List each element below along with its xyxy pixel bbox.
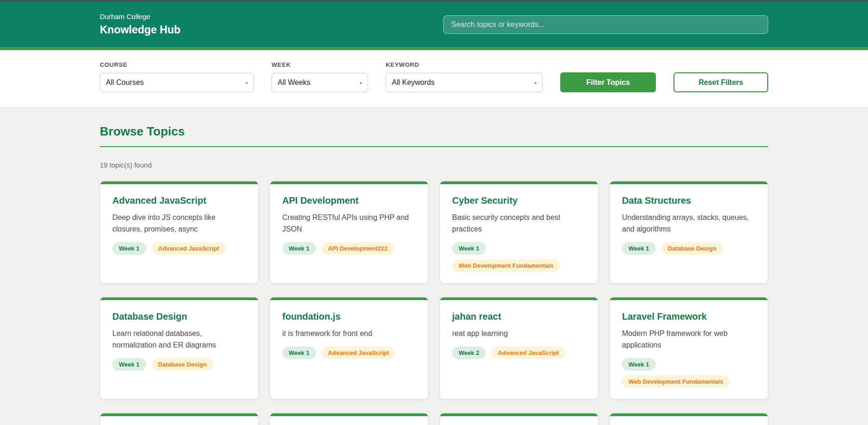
badge-row: Week 1Web Development Fundamentals — [622, 358, 756, 388]
topic-description: Understanding arrays, stacks, queues, an… — [622, 212, 756, 235]
topic-description: Learn relational databases, normalizatio… — [112, 328, 246, 351]
week-badge: Week 1 — [112, 242, 146, 255]
keyword-badge: Database Design — [152, 358, 214, 371]
keyword-select-value: All Keywords — [392, 78, 434, 87]
week-badge: Week 1 — [282, 242, 316, 255]
badge-row: Week 1Database Design — [622, 242, 756, 255]
week-badge: Week 1 — [622, 242, 656, 255]
topic-description: it is framework for front end — [282, 328, 416, 339]
week-select[interactable]: All Weeks ▾ — [272, 73, 368, 92]
week-label: WEEK — [272, 61, 368, 68]
card-body: Cyber SecurityBasic security concepts an… — [440, 184, 598, 283]
app-title: Knowledge Hub — [100, 24, 181, 36]
filter-bar: COURSE All Courses ▾ WEEK All Weeks ▾ KE… — [0, 50, 868, 108]
badge-row: Week 2Advanced JavaScript — [452, 347, 586, 359]
card-body: reactreact app building — [610, 416, 768, 425]
topic-card[interactable]: Networking BasicsIntroduction to network… — [100, 413, 259, 425]
course-select[interactable]: All Courses ▾ — [100, 73, 254, 92]
topics-grid: Advanced JavaScriptDeep dive into JS con… — [100, 181, 768, 425]
topic-description: Basic security concepts and best practic… — [452, 212, 586, 235]
topic-card[interactable]: Cyber SecurityBasic security concepts an… — [440, 181, 598, 283]
chevron-down-icon: ▾ — [246, 80, 248, 85]
card-body: jahan reactreat app learningWeek 2Advanc… — [440, 300, 598, 370]
keyword-label: KEYWORD — [386, 61, 543, 68]
card-body: PHP ProgrammingServer-side scripting usi… — [440, 416, 598, 425]
week-badge: Week 1 — [452, 242, 486, 255]
course-filter-group: COURSE All Courses ▾ — [100, 61, 254, 92]
badge-row: Week 1Web Development Fundamentals — [452, 242, 586, 272]
keyword-filter-group: KEYWORD All Keywords ▾ — [386, 61, 543, 92]
week-select-value: All Weeks — [278, 78, 311, 87]
badge-row: Week 1Advanced JavaScript — [112, 242, 246, 255]
topic-card[interactable]: Laravel FrameworkModern PHP framework fo… — [609, 297, 768, 399]
keyword-badge: Web Development Fundamentals — [622, 375, 730, 388]
topic-title: Data Structures — [622, 195, 756, 206]
keyword-select[interactable]: All Keywords ▾ — [386, 73, 543, 92]
week-badge: Week 1 — [622, 358, 656, 371]
badge-row: Week 1Advanced JavaScript — [282, 347, 416, 359]
topic-description: reat app learning — [452, 328, 586, 339]
topic-title: foundation.js — [282, 311, 416, 322]
reset-filters-button[interactable]: Reset Filters — [674, 72, 768, 92]
card-body: Advanced JavaScriptDeep dive into JS con… — [100, 184, 258, 266]
keyword-badge: API Development222 — [322, 242, 395, 255]
week-badge: Week 1 — [112, 358, 146, 371]
topic-card[interactable]: Object Oriented ProgrammingConcepts like… — [270, 413, 428, 425]
keyword-badge: Advanced JavaScript — [152, 242, 226, 255]
week-badge: Week 2 — [452, 347, 486, 359]
search-input[interactable] — [443, 15, 768, 34]
topic-title: Database Design — [112, 311, 246, 322]
topic-title: Cyber Security — [452, 195, 586, 206]
chevron-down-icon: ▾ — [534, 80, 537, 85]
badge-row: Week 1Database Design — [112, 358, 246, 371]
topic-card[interactable]: Advanced JavaScriptDeep dive into JS con… — [100, 181, 259, 283]
topic-card[interactable]: API DevelopmentCreating RESTful APIs usi… — [270, 181, 428, 283]
page-title: Browse Topics — [100, 124, 768, 139]
card-body: foundation.jsit is framework for front e… — [270, 300, 428, 370]
topic-card[interactable]: Database DesignLearn relational database… — [100, 297, 259, 399]
course-label: COURSE — [100, 61, 254, 68]
keyword-badge: Advanced JavaScript — [322, 347, 396, 359]
topic-card[interactable]: Data StructuresUnderstanding arrays, sta… — [609, 181, 768, 283]
app-header: Durham College Knowledge Hub — [0, 2, 868, 47]
topic-title: Advanced JavaScript — [112, 195, 246, 206]
topic-title: jahan react — [452, 311, 586, 322]
brand-block: Durham College Knowledge Hub — [100, 13, 181, 36]
card-body: API DevelopmentCreating RESTful APIs usi… — [270, 184, 428, 266]
main-content: Browse Topics 19 topic(s) found Advanced… — [0, 108, 868, 425]
card-body: Data StructuresUnderstanding arrays, sta… — [610, 184, 768, 266]
badge-row: Week 1API Development222 — [282, 242, 416, 255]
filter-topics-button[interactable]: Filter Topics — [560, 72, 656, 92]
topic-card[interactable]: jahan reactreat app learningWeek 2Advanc… — [440, 297, 598, 399]
topic-description: Creating RESTful APIs using PHP and JSON — [282, 212, 416, 235]
topic-title: Laravel Framework — [622, 311, 756, 322]
keyword-badge: Web Development Fundamentals — [452, 259, 560, 272]
week-badge: Week 1 — [282, 347, 316, 359]
topic-title: API Development — [282, 195, 416, 206]
topic-description: Deep dive into JS concepts like closures… — [112, 212, 246, 235]
chevron-down-icon: ▾ — [360, 80, 362, 85]
results-count: 19 topic(s) found — [100, 161, 768, 169]
topic-card[interactable]: foundation.jsit is framework for front e… — [270, 297, 428, 399]
card-body: Networking BasicsIntroduction to network… — [100, 416, 258, 425]
brand-institution: Durham College — [100, 13, 181, 20]
week-filter-group: WEEK All Weeks ▾ — [272, 61, 368, 92]
topic-card[interactable]: PHP ProgrammingServer-side scripting usi… — [440, 413, 598, 425]
card-body: Object Oriented ProgrammingConcepts like… — [270, 416, 428, 425]
keyword-badge: Advanced JavaScript — [492, 347, 566, 359]
topic-card[interactable]: reactreact app building — [609, 413, 768, 425]
header-accent-strip — [0, 47, 868, 50]
card-body: Laravel FrameworkModern PHP framework fo… — [610, 300, 768, 399]
topic-description: Modern PHP framework for web application… — [622, 328, 756, 351]
section-title-underline — [100, 146, 768, 147]
card-body: Database DesignLearn relational database… — [100, 300, 258, 382]
course-select-value: All Courses — [106, 78, 144, 87]
keyword-badge: Database Design — [661, 242, 723, 255]
